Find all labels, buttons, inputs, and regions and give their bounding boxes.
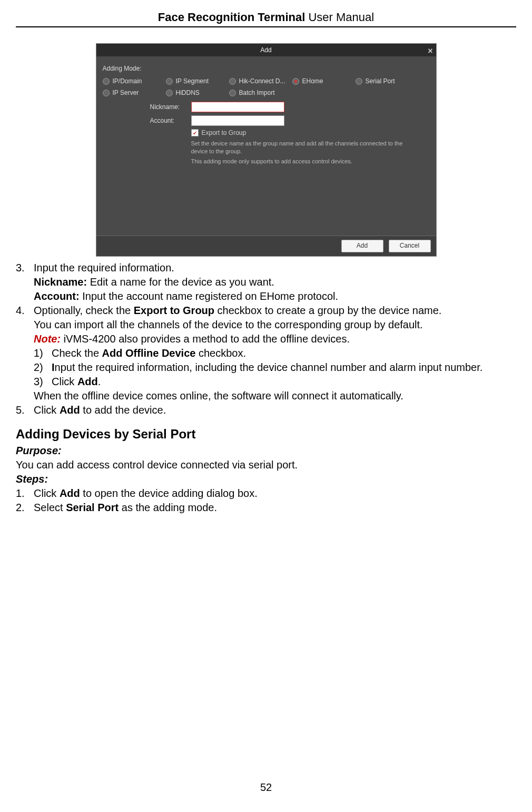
- account-desc: Input the account name registered on EHo…: [80, 290, 338, 302]
- adding-mode-radio[interactable]: HiDDNS: [166, 87, 229, 99]
- sp2b: Serial Port: [66, 502, 119, 513]
- radio-label: IP/Domain: [113, 77, 142, 85]
- adding-mode-radio[interactable]: IP Server: [103, 87, 166, 99]
- step-number: 4.: [16, 304, 34, 318]
- nickname-input[interactable]: [191, 102, 284, 112]
- sp1b: Add: [60, 487, 80, 499]
- radio-label: Batch Import: [239, 89, 275, 96]
- after-sub-text: When the offline device comes online, th…: [34, 389, 516, 403]
- purpose-text: You can add access control device connec…: [16, 458, 516, 472]
- add-dialog: Add × Adding Mode: IP/DomainIP SegmentHi…: [96, 43, 437, 257]
- header-title-thin: User Manual: [305, 11, 374, 24]
- step-text: Input the required information.: [34, 261, 516, 275]
- s1b: Add Offline Device: [102, 347, 196, 359]
- radio-label: Hik-Connect D...: [239, 77, 285, 85]
- account-input[interactable]: [191, 115, 284, 126]
- radio-icon: [292, 78, 299, 85]
- s3c: .: [98, 376, 101, 387]
- substep-number: 1): [34, 346, 52, 360]
- step5a: Click: [34, 404, 60, 416]
- document-text: 3. Input the required information. Nickn…: [16, 261, 516, 515]
- step-number: 2.: [16, 501, 34, 515]
- radio-label: HiDDNS: [176, 89, 200, 96]
- sp2c: as the adding mode.: [119, 502, 217, 513]
- radio-icon: [356, 78, 362, 85]
- step-number: 5.: [16, 403, 34, 417]
- nickname-desc: Edit a name for the device as you want.: [87, 276, 274, 288]
- step5c: to add the device.: [80, 404, 166, 416]
- dialog-titlebar: Add ×: [96, 44, 436, 56]
- step4-text-c: checkbox to create a group by the device…: [214, 305, 441, 316]
- dialog-hint-2: This adding mode only supports to add ac…: [103, 158, 430, 165]
- export-to-group-checkbox[interactable]: ✔: [191, 129, 199, 136]
- radio-icon: [103, 90, 110, 96]
- step4-line2: You can import all the channels of the d…: [16, 318, 516, 332]
- radio-label: IP Server: [113, 89, 139, 96]
- nickname-label: Nickname:: [150, 103, 191, 111]
- page-number: 52: [0, 781, 532, 794]
- step-number: 1.: [16, 486, 34, 501]
- adding-mode-radio[interactable]: Hik-Connect D...: [229, 75, 292, 87]
- s3a: Click: [52, 376, 77, 387]
- account-label: Account:: [150, 117, 191, 124]
- radio-label: IP Segment: [176, 77, 209, 85]
- radio-icon: [229, 90, 236, 96]
- radio-icon: [166, 78, 173, 85]
- add-button[interactable]: Add: [341, 240, 383, 252]
- export-to-group-label: Export to Group: [202, 129, 247, 136]
- steps-label: Steps:: [16, 472, 516, 486]
- section-heading: Adding Devices by Serial Port: [16, 426, 516, 443]
- s1a: Check the: [52, 347, 102, 359]
- s1c: checkbox.: [195, 347, 246, 359]
- dialog-title-text: Add: [260, 46, 271, 54]
- s2b: nput the required information, including…: [55, 361, 483, 373]
- close-icon[interactable]: ×: [428, 45, 432, 57]
- sp1a: Click: [34, 487, 60, 499]
- substep-number: 2): [34, 360, 52, 375]
- radio-icon: [229, 78, 236, 85]
- header-title-bold: Face Recognition Terminal: [158, 11, 306, 24]
- radio-label: Serial Port: [366, 77, 395, 85]
- nickname-term: Nickname:: [34, 276, 87, 288]
- adding-mode-radio-group: IP/DomainIP SegmentHik-Connect D...EHome…: [103, 75, 430, 99]
- radio-icon: [166, 90, 173, 96]
- radio-label: EHome: [302, 77, 323, 85]
- note-text: iVMS-4200 also provides a method to add …: [61, 333, 350, 345]
- adding-mode-radio[interactable]: IP Segment: [166, 75, 229, 87]
- sp2a: Select: [34, 502, 66, 513]
- note-label: Note:: [34, 333, 61, 345]
- adding-mode-radio[interactable]: Batch Import: [229, 87, 292, 99]
- page-header: Face Recognition Terminal User Manual: [16, 11, 516, 27]
- purpose-label: Purpose:: [16, 444, 516, 458]
- dialog-hint-1: Set the device name as the group name an…: [103, 140, 430, 155]
- adding-mode-radio[interactable]: EHome: [292, 75, 356, 87]
- step4-text-a: Optionally, check the: [34, 305, 134, 316]
- s3b: Add: [77, 376, 98, 387]
- cancel-button[interactable]: Cancel: [389, 240, 431, 252]
- step5b: Add: [60, 404, 80, 416]
- step4-bold: Export to Group: [134, 305, 214, 316]
- adding-mode-label: Adding Mode:: [103, 65, 430, 72]
- sp1c: to open the device adding dialog box.: [80, 487, 258, 499]
- adding-mode-radio[interactable]: Serial Port: [356, 75, 419, 87]
- account-term: Account:: [34, 290, 80, 302]
- radio-icon: [103, 78, 110, 85]
- substep-number: 3): [34, 375, 52, 389]
- adding-mode-radio[interactable]: IP/Domain: [103, 75, 166, 87]
- step-number: 3.: [16, 261, 34, 275]
